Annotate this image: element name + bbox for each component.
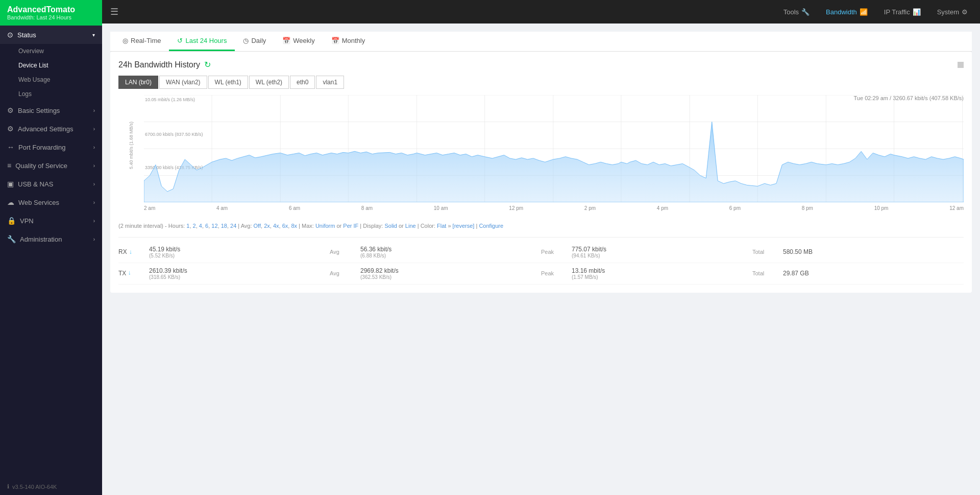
- chevron-right-icon: ›: [93, 181, 95, 187]
- iface-tab-wl-eth2[interactable]: WL (eth2): [249, 76, 289, 89]
- app-subtitle: Bandwidth: Last 24 Hours: [7, 14, 95, 20]
- x-label-4am: 4 am: [216, 205, 228, 218]
- iface-tab-wan[interactable]: WAN (vlan2): [159, 76, 207, 89]
- bandwidth-menu[interactable]: Bandwidth 📶: [822, 6, 872, 18]
- minimize-button[interactable]: [958, 62, 964, 68]
- rx-avg-label: Avg: [330, 249, 360, 255]
- x-label-12pm: 12 pm: [509, 205, 523, 218]
- hours-link-1[interactable]: 1: [186, 223, 189, 229]
- hours-link-18[interactable]: 18: [221, 223, 227, 229]
- tab-bar: ◎ Real-Time ↺ Last 24 Hours ◷ Daily 📅 We…: [110, 32, 972, 52]
- rx-label: RX ↓: [118, 248, 149, 255]
- usb-nas-icon: ▣: [7, 180, 14, 188]
- x-axis: 2 am 4 am 6 am 8 am 10 am 12 pm 2 pm 4 p…: [144, 205, 964, 218]
- tx-peak-val: 13.16 mbit/s (1.57 MB/s): [572, 267, 752, 280]
- sidebar-item-administration[interactable]: 🔧 Administration ›: [0, 230, 102, 248]
- x-label-6am: 6 am: [289, 205, 300, 218]
- sidebar-item-basic-settings[interactable]: ⚙ Basic Settings ›: [0, 101, 102, 120]
- web-services-icon: ☁: [7, 198, 14, 206]
- display-solid[interactable]: Solid: [384, 223, 397, 229]
- tx-avg-label: Avg: [330, 270, 360, 276]
- reverse-link[interactable]: [reverse]: [453, 223, 475, 229]
- sidebar-header: AdvancedTomato Bandwidth: Last 24 Hours: [0, 0, 102, 26]
- chart-svg-container: [144, 95, 964, 202]
- tools-icon: 🔧: [801, 8, 810, 16]
- tab-monthly[interactable]: 📅 Monthly: [323, 32, 374, 51]
- status-label: Status: [17, 31, 36, 39]
- stats-info-bar: (2 minute interval) - Hours: 1, 2, 4, 6,…: [118, 222, 964, 231]
- avg-2x[interactable]: 2x: [264, 223, 270, 229]
- sidebar-item-status[interactable]: ⊙ Status ▾: [0, 26, 102, 44]
- chevron-right-icon: ›: [93, 237, 95, 242]
- rx-arrow-icon: ↓: [129, 248, 132, 255]
- tab-weekly[interactable]: 📅 Weekly: [274, 32, 323, 51]
- rx-text: RX: [118, 248, 127, 255]
- status-icon: ⊙: [7, 31, 13, 39]
- ip-traffic-menu[interactable]: IP Traffic 📊: [880, 6, 925, 18]
- advanced-settings-icon: ⚙: [7, 125, 14, 133]
- sidebar-item-logs[interactable]: Logs: [0, 87, 102, 101]
- rx-total-val: 580.50 MB: [783, 248, 964, 255]
- hours-link-12[interactable]: 12: [211, 223, 217, 229]
- port-forwarding-icon: ↔: [7, 143, 14, 151]
- tab-daily[interactable]: ◷ Daily: [235, 32, 274, 51]
- realtime-icon: ◎: [122, 37, 128, 44]
- rx-avg-val-1: 45.19 kbit/s (5.52 KB/s): [149, 246, 330, 258]
- tab-last24hours[interactable]: ↺ Last 24 Hours: [169, 32, 235, 51]
- sidebar-item-qos[interactable]: ≡ Quality of Service ›: [0, 156, 102, 175]
- tx-avg-val-2: 2969.82 kbit/s (362.53 KB/s): [360, 267, 541, 280]
- max-uniform[interactable]: Uniform: [315, 223, 335, 229]
- last24-icon: ↺: [177, 37, 183, 44]
- sidebar-item-vpn[interactable]: 🔒 VPN ›: [0, 211, 102, 230]
- system-label: System: [937, 8, 959, 16]
- max-per-if[interactable]: Per IF: [343, 223, 358, 229]
- sidebar-item-web-services[interactable]: ☁ Web Services ›: [0, 193, 102, 211]
- sidebar-item-device-list[interactable]: Device List: [0, 58, 102, 73]
- tx-total-label: Total: [752, 270, 783, 276]
- qos-icon: ≡: [7, 161, 11, 170]
- avg-8x[interactable]: 8x: [291, 223, 297, 229]
- ip-traffic-icon: 📊: [913, 8, 921, 16]
- tab-realtime[interactable]: ◎ Real-Time: [114, 32, 169, 51]
- basic-settings-icon: ⚙: [7, 106, 14, 114]
- sidebar-item-advanced-settings[interactable]: ⚙ Advanced Settings ›: [0, 120, 102, 138]
- hours-link-2[interactable]: 2: [193, 223, 196, 229]
- sidebar-item-web-usage[interactable]: Web Usage: [0, 73, 102, 87]
- color-flat[interactable]: Flat: [437, 223, 446, 229]
- display-line[interactable]: Line: [405, 223, 416, 229]
- x-label-2pm: 2 pm: [584, 205, 596, 218]
- tx-arrow-icon: ↑: [128, 270, 131, 277]
- chevron-right-icon: ›: [93, 145, 95, 150]
- sidebar-item-overview[interactable]: Overview: [0, 44, 102, 58]
- chevron-right-icon: ›: [93, 108, 95, 113]
- loading-icon: ↻: [204, 60, 211, 69]
- x-label-10pm: 10 pm: [874, 205, 889, 218]
- card-header: 24h Bandwidth History ↻: [118, 60, 964, 69]
- sidebar-item-port-forwarding[interactable]: ↔ Port Forwarding ›: [0, 138, 102, 156]
- tx-total-val: 29.87 GB: [783, 270, 964, 277]
- tools-menu[interactable]: Tools 🔧: [779, 6, 814, 18]
- hamburger-button[interactable]: ☰: [110, 6, 118, 17]
- system-menu[interactable]: System ⚙: [933, 6, 972, 18]
- iface-tab-eth0[interactable]: eth0: [290, 76, 315, 89]
- stats-table: RX ↓ 45.19 kbit/s (5.52 KB/s) Avg 56.36 …: [118, 237, 964, 285]
- monthly-icon: 📅: [331, 37, 339, 44]
- avg-off[interactable]: Off: [254, 223, 261, 229]
- hours-link-6[interactable]: 6: [205, 223, 208, 229]
- iface-tab-lan[interactable]: LAN (br0): [118, 76, 158, 89]
- x-label-8am: 8 am: [361, 205, 373, 218]
- hours-link-24[interactable]: 24: [230, 223, 236, 229]
- hours-link-4[interactable]: 4: [199, 223, 202, 229]
- configure-link[interactable]: Configure: [479, 223, 503, 229]
- iface-tab-vlan1[interactable]: vlan1: [316, 76, 344, 89]
- chevron-right-icon: ›: [93, 126, 95, 132]
- svg-marker-17: [144, 122, 964, 203]
- app-name: AdvancedTomato: [7, 5, 95, 14]
- avg-4x[interactable]: 4x: [273, 223, 279, 229]
- sidebar-item-usb-nas[interactable]: ▣ USB & NAS ›: [0, 175, 102, 193]
- tx-text: TX: [118, 270, 126, 277]
- iface-tab-wl-eth1[interactable]: WL (eth1): [208, 76, 248, 89]
- x-label-2am: 2 am: [144, 205, 155, 218]
- avg-6x[interactable]: 6x: [282, 223, 288, 229]
- rx-peak-val: 775.07 kbit/s (94.61 KB/s): [572, 246, 752, 258]
